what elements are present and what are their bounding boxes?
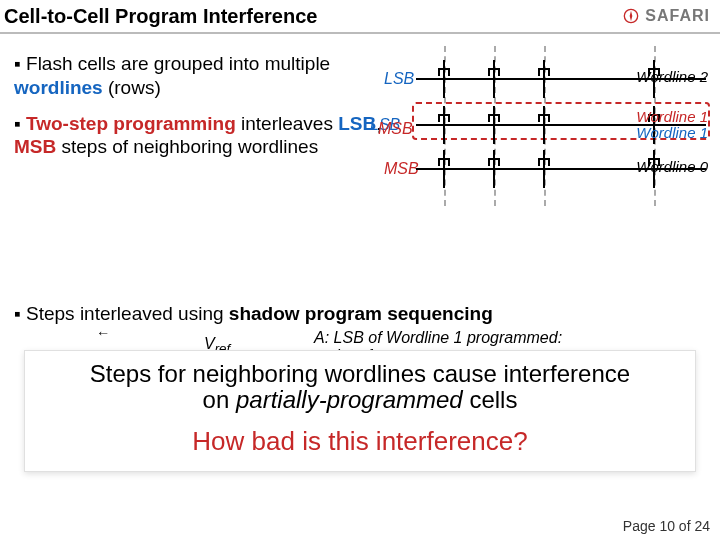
compass-icon — [623, 8, 639, 24]
bullet-marker: ▪ — [14, 53, 21, 74]
callout-line-2: How bad is this interference? — [39, 426, 681, 457]
wordline-row: LSB · · · Wordline 2 — [364, 60, 714, 100]
text: interleaves — [236, 113, 338, 134]
text: Steps interleaved using — [26, 303, 229, 324]
wordline-label: Wordline 0 — [636, 158, 708, 175]
wordline-label: Wordline 2 — [636, 68, 708, 85]
transistor-icon — [484, 66, 504, 92]
text: A: LSB of Wordline 1 programmed: — [314, 329, 562, 347]
y-axis-arrow-icon: ↑ — [94, 330, 110, 337]
logo-text: SAFARI — [645, 7, 710, 25]
logo: SAFARI — [623, 7, 710, 25]
em-partial: partially-programmed — [236, 386, 463, 413]
transistor-icon — [484, 112, 504, 138]
bullet-marker: ▪ — [14, 303, 21, 324]
em-msb: MSB — [14, 136, 56, 157]
em-shadow: shadow program sequencing — [229, 303, 493, 324]
transistor-icon — [434, 156, 454, 182]
transistor-icon — [534, 156, 554, 182]
bullet-1: ▪ Flash cells are grouped into multiple … — [14, 52, 394, 100]
transistor-icon — [534, 112, 554, 138]
text: cells — [463, 386, 518, 413]
transistor-icon — [534, 66, 554, 92]
content-area: ▪ Flash cells are grouped into multiple … — [0, 34, 720, 395]
bullet-list: ▪ Flash cells are grouped into multiple … — [14, 52, 394, 159]
row-tag: MSB — [384, 160, 419, 178]
callout-box: Steps for neighboring wordlines cause in… — [24, 350, 696, 472]
ellipsis: · · · — [574, 160, 606, 178]
bullet-3: ▪ Steps interleaved using shadow program… — [14, 303, 706, 325]
bullet-2: ▪ Two-step programming interleaves LSB, … — [14, 112, 394, 160]
wordline-label: Wordline 1 — [636, 108, 708, 125]
em-twostep: Two-step programming — [26, 113, 236, 134]
row-tag-overlay: MSB — [378, 120, 413, 138]
slide-title: Cell-to-Cell Program Interference — [4, 5, 623, 28]
flash-cell-array-diagram: LSB · · · Wordline 2 LSB MSB · · · Wordl… — [364, 50, 714, 200]
text: Steps for neighboring wordlines cause in… — [90, 360, 630, 387]
em-wordlines: wordlines — [14, 77, 103, 98]
ellipsis: · · · — [574, 70, 606, 88]
wordline-label-overlay: Wordline 1 — [636, 124, 708, 141]
page-number: Page 10 of 24 — [623, 518, 710, 534]
transistor-icon — [484, 156, 504, 182]
text: Flash cells are grouped into multiple — [26, 53, 330, 74]
text: steps of neighboring wordlines — [56, 136, 318, 157]
transistor-icon — [434, 112, 454, 138]
text: (rows) — [103, 77, 161, 98]
row-tag: LSB — [384, 70, 414, 88]
title-bar: Cell-to-Cell Program Interference SAFARI — [0, 0, 720, 34]
bullet-marker: ▪ — [14, 113, 21, 134]
ellipsis: · · · — [574, 116, 606, 134]
wordline-row: LSB MSB · · · Wordline 1 Wordline 1 — [364, 106, 714, 146]
callout-line-1: Steps for neighboring wordlines cause in… — [39, 361, 681, 414]
wordline-row: MSB · · · Wordline 0 — [364, 150, 714, 190]
text: on — [203, 386, 236, 413]
transistor-icon — [434, 66, 454, 92]
